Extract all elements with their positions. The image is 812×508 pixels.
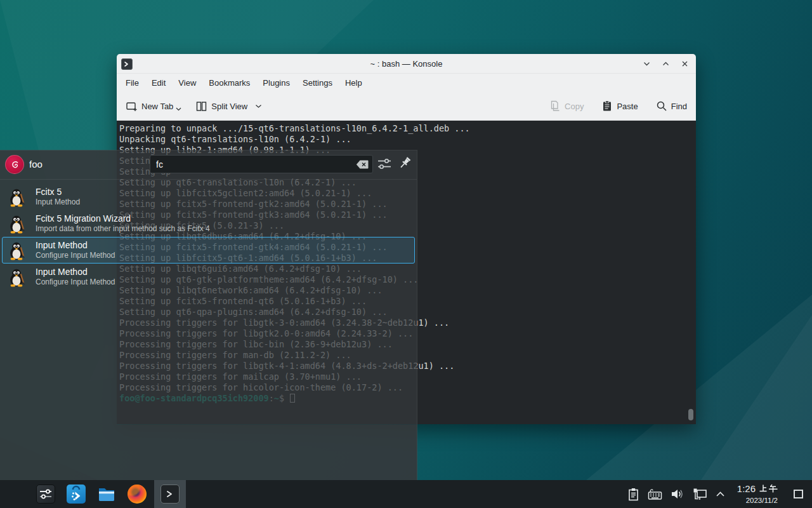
fcitx-penguin-icon: [7, 268, 26, 290]
clock-time: 1:26: [737, 483, 756, 494]
system-settings-icon: [36, 485, 55, 504]
clock-meridiem: [759, 484, 778, 493]
clear-text-icon[interactable]: [356, 160, 369, 171]
result-input-method[interactable]: Input Method Configure Input Method: [2, 264, 415, 290]
terminal-line: Preparing to unpack .../15-qt6-translati…: [119, 123, 696, 134]
copy-icon: [549, 100, 561, 112]
terminal-scrollbar[interactable]: [688, 409, 693, 420]
konsole-task-button[interactable]: [154, 480, 186, 508]
minimize-button[interactable]: [641, 59, 652, 69]
folder-icon: [97, 485, 116, 504]
username-label: foo: [29, 159, 43, 170]
paste-button[interactable]: Paste: [601, 100, 638, 112]
clock-date: 2023/11/2: [746, 497, 778, 504]
taskbar-panel: 1:26 2023/11/2: [0, 480, 812, 508]
konsole-icon: [160, 485, 180, 504]
close-button[interactable]: [679, 59, 690, 69]
split-view-icon: [195, 100, 207, 112]
result-subtitle: Import data from other input method such…: [36, 224, 210, 234]
desktop: ~ : bash — Konsole File Edit View Bookma…: [0, 0, 812, 508]
user-avatar[interactable]: [5, 155, 24, 174]
paste-icon: [601, 100, 613, 112]
new-tab-button[interactable]: New Tab: [126, 100, 181, 112]
system-settings-button[interactable]: [30, 480, 61, 508]
search-icon: [656, 100, 667, 112]
fcitx-penguin-icon: [7, 188, 26, 210]
split-view-button[interactable]: Split View: [195, 100, 262, 112]
volume-icon[interactable]: [671, 488, 684, 500]
dolphin-button[interactable]: [91, 480, 122, 508]
terminal-line: Unpacking qt6-translations-l10n (6.4.2-1…: [119, 134, 696, 145]
maximize-button[interactable]: [660, 59, 671, 69]
menu-bookmarks[interactable]: Bookmarks: [202, 74, 256, 92]
keyboard-icon[interactable]: [648, 488, 662, 500]
menu-settings[interactable]: Settings: [296, 74, 339, 92]
result-title: Fcitx 5 Migration Wizard: [36, 213, 131, 224]
digital-clock[interactable]: 1:26 2023/11/2: [737, 483, 778, 505]
menu-edit[interactable]: Edit: [145, 74, 172, 92]
chevron-down-icon: [255, 104, 262, 109]
show-desktop-button[interactable]: [794, 490, 803, 498]
window-title: ~ : bash — Konsole: [117, 59, 696, 69]
debian-logo-icon: [8, 158, 21, 171]
result-fcitx5-migration-wizard[interactable]: Fcitx 5 Migration Wizard Import data fro…: [2, 210, 415, 237]
result-title: Fcitx 5: [36, 187, 62, 197]
result-title: Input Method: [36, 267, 88, 277]
new-tab-icon: [126, 100, 138, 112]
network-wired-icon[interactable]: [693, 488, 707, 501]
menu-help[interactable]: Help: [339, 74, 369, 92]
menu-plugins[interactable]: Plugins: [256, 74, 296, 92]
result-fcitx5[interactable]: Fcitx 5 Input Method: [2, 184, 415, 210]
copy-button[interactable]: Copy: [549, 100, 584, 112]
discover-icon: [67, 485, 86, 504]
menu-bar: File Edit View Bookmarks Plugins Setting…: [117, 74, 696, 92]
titlebar[interactable]: ~ : bash — Konsole: [117, 54, 696, 74]
result-title: Input Method: [36, 240, 88, 251]
result-input-method-selected[interactable]: Input Method Configure Input Method: [2, 237, 415, 264]
clipboard-icon[interactable]: [627, 488, 639, 501]
result-subtitle: Input Method: [36, 197, 80, 207]
search-box: [150, 155, 373, 173]
search-input[interactable]: [150, 156, 372, 173]
launcher-header: foo: [0, 150, 417, 180]
firefox-button[interactable]: [122, 480, 152, 508]
application-launcher-popup: foo Fcitx 5 Input Method: [0, 150, 417, 480]
system-tray: 1:26 2023/11/2: [627, 483, 812, 505]
menu-file[interactable]: File: [119, 74, 145, 92]
fcitx-penguin-icon: [7, 215, 26, 236]
configure-icon[interactable]: [377, 158, 391, 173]
firefox-icon: [128, 485, 147, 504]
result-subtitle: Configure Input Method: [36, 251, 115, 260]
menu-view[interactable]: View: [172, 74, 202, 92]
discover-button[interactable]: [61, 480, 91, 508]
search-results: Fcitx 5 Input Method Fcitx 5 Migration W…: [0, 184, 417, 290]
fcitx-penguin-icon: [7, 241, 26, 263]
launcher-backdrop: [117, 425, 417, 480]
result-subtitle: Configure Input Method: [36, 277, 115, 287]
pin-icon[interactable]: [398, 156, 412, 174]
toolbar: New Tab Split View Copy Paste: [117, 92, 696, 121]
chevron-down-icon: [176, 107, 181, 111]
find-button[interactable]: Find: [656, 100, 687, 112]
expand-tray-icon[interactable]: [716, 491, 725, 497]
